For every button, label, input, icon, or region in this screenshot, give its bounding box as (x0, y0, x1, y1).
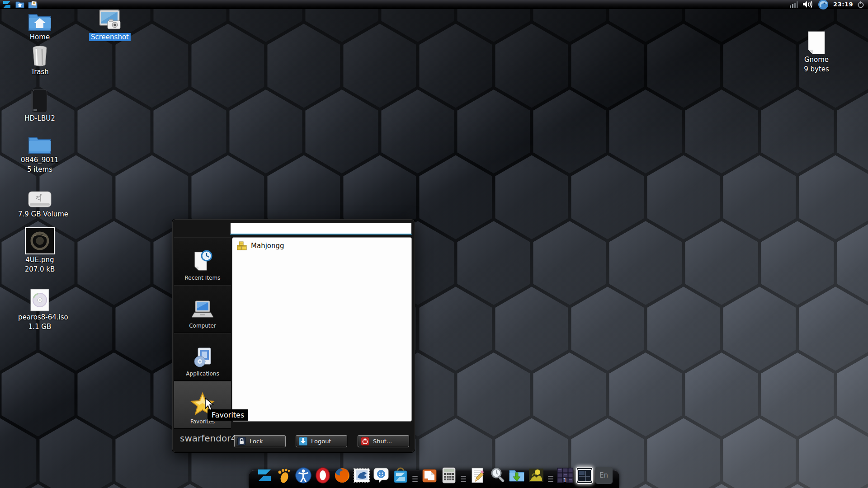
desktop-icon-sublabel: 9 bytes (795, 65, 838, 73)
panel-clock[interactable]: 23:19 (833, 1, 853, 8)
libreoffice-icon (421, 467, 438, 484)
dock-item-accessibility[interactable] (295, 467, 312, 484)
desktop-icon-label: Home (18, 33, 61, 41)
pictures-folder-icon[interactable] (28, 0, 38, 9)
hexagon-wallpaper (0, 0, 868, 488)
shutdown-button-label: Shut... (373, 438, 392, 445)
desktop-icon-folder-0846[interactable]: 0846_9011 5 items (18, 135, 61, 174)
firefox-icon (334, 467, 351, 484)
desktop-icon-sublabel: 1.1 GB (18, 323, 61, 331)
calculator-icon (440, 467, 458, 484)
mouse-cursor (204, 398, 214, 411)
dock-item-screenshot-tool[interactable] (576, 467, 593, 484)
external-drive-icon (30, 89, 50, 113)
power-icon[interactable] (857, 1, 864, 8)
text-caret (234, 225, 234, 232)
keyboard-layout-label: En (595, 467, 613, 484)
desktop-icon-screenshot[interactable]: Screenshot (88, 9, 132, 41)
image-viewer-icon (528, 467, 545, 484)
dock-item-thunderbird[interactable] (353, 467, 370, 484)
desktop-icon-label: 0846_9011 (18, 156, 61, 164)
top-panel: 23:19 (0, 0, 868, 9)
trash-icon (31, 46, 49, 66)
logout-icon (299, 437, 307, 446)
mahjongg-icon (237, 241, 247, 250)
dock-separator (461, 476, 466, 482)
sidebar-item-label: Recent Items (185, 275, 221, 281)
username-label: swarfendor43 (180, 433, 242, 444)
desktop-icon-gnome-file[interactable]: Gnome 9 bytes (795, 31, 838, 73)
menu-search-box[interactable] (230, 223, 412, 235)
search-icon (489, 467, 506, 484)
dock-item-calculator[interactable] (440, 467, 458, 484)
dock-item-keyboard-indicator[interactable]: En (595, 467, 613, 484)
dock: 1 En (249, 463, 619, 488)
image-thumbnail-icon (25, 227, 55, 254)
menu-result-label: Mahjongg (251, 242, 284, 250)
dock-item-zorin-start[interactable] (256, 467, 273, 484)
lock-button-label: Lock (250, 438, 263, 445)
app-tray-icon[interactable] (817, 0, 829, 10)
sidebar-item-applications[interactable]: Applications (174, 333, 231, 381)
menu-result-mahjongg[interactable]: Mahjongg (232, 238, 411, 254)
desktop-icon-pearos-iso[interactable]: pearos8-64.iso 1.1 GB (18, 288, 61, 331)
sidebar-item-recent-items[interactable]: Recent Items (174, 237, 231, 285)
downloads-folder-icon (508, 467, 525, 484)
dock-item-software-center[interactable] (392, 467, 409, 484)
dock-item-opera[interactable] (314, 467, 331, 484)
dock-item-image-viewer[interactable] (528, 467, 545, 484)
logout-button-label: Logout (311, 438, 331, 445)
desktop-icon-sublabel: 5 items (18, 165, 61, 174)
dock-item-downloads[interactable] (508, 467, 525, 484)
logout-button[interactable]: Logout (296, 435, 347, 447)
computer-icon (191, 300, 214, 320)
desktop-icon-4ue[interactable]: 4UE.png 207.0 kB (18, 227, 61, 273)
desktop-icon-hd-lbu2[interactable]: HD-LBU2 (18, 89, 61, 122)
desktop-icon-label: Trash (18, 68, 61, 76)
dock-item-libreoffice[interactable] (421, 467, 438, 484)
volume-icon[interactable] (802, 0, 813, 8)
search-input[interactable] (231, 223, 411, 234)
sidebar-item-favorites[interactable]: Favorites (174, 381, 231, 429)
iso-disc-icon (28, 288, 52, 312)
desktop: 23:19 Home Screensh (0, 0, 868, 488)
accessibility-icon (295, 467, 312, 484)
desktop-icon-volume[interactable]: 7.9 GB Volume (18, 190, 61, 218)
screenshot-tool-icon (577, 468, 592, 483)
empathy-chat-icon (373, 467, 390, 484)
dock-item-workspace-switcher[interactable]: 1 (557, 467, 574, 484)
dock-item-firefox[interactable] (334, 467, 351, 484)
dock-icons: 1 En (249, 467, 619, 484)
desktop-icon-label: HD-LBU2 (18, 114, 61, 122)
menu-results-list: Mahjongg (232, 237, 412, 422)
dock-item-file-search[interactable] (489, 467, 506, 484)
zorin-menu-icon[interactable] (2, 0, 12, 9)
zorin-start-icon (256, 467, 273, 484)
text-file-icon (807, 31, 826, 54)
home-folder-icon (28, 12, 52, 32)
sidebar-item-computer[interactable]: Computer (174, 285, 231, 333)
menu-sidebar: Recent Items Computer (174, 237, 231, 429)
software-center-icon (392, 467, 409, 484)
workspace-number: 1 (557, 477, 574, 483)
desktop-icon-home[interactable]: Home (18, 12, 61, 41)
desktop-icon-label: Screenshot (89, 33, 131, 41)
dock-item-gnome-foot[interactable] (275, 467, 292, 484)
dock-separator (548, 476, 553, 482)
lock-button[interactable]: Lock (234, 435, 286, 447)
text-editor-icon (469, 467, 486, 484)
dock-separator (412, 476, 418, 482)
desktop-icon-label: Gnome (795, 56, 838, 64)
home-folder-icon[interactable] (15, 0, 24, 8)
desktop-icon-sublabel: 207.0 kB (18, 265, 61, 273)
dock-item-text-editor[interactable] (469, 467, 486, 484)
folder-icon (28, 135, 52, 155)
desktop-icon-trash[interactable]: Trash (18, 46, 61, 76)
screenshot-icon (97, 9, 123, 32)
recent-items-icon (192, 250, 213, 272)
applications-icon (192, 346, 213, 368)
shutdown-button[interactable]: Shut... (358, 435, 409, 447)
thunderbird-icon (353, 467, 370, 484)
dock-item-empathy[interactable] (373, 467, 390, 484)
network-signal-icon[interactable] (789, 1, 798, 8)
